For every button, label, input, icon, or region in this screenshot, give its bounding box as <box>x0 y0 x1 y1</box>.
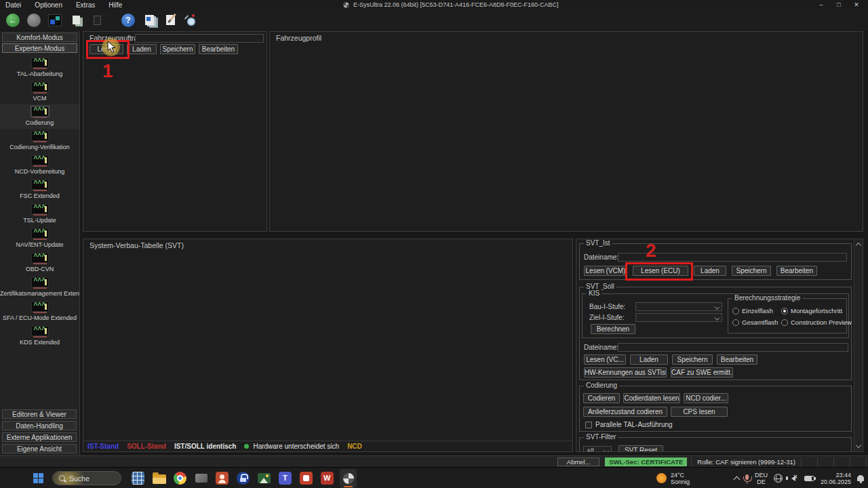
taskbar-app-contacts[interactable] <box>214 469 231 488</box>
svt-ist-bearbeiten-button[interactable]: Bearbeiten <box>776 266 817 276</box>
berechnen-button[interactable]: Berechnen <box>591 324 635 334</box>
menu-datei[interactable]: Datei <box>5 1 21 9</box>
statusbar-cell <box>802 458 818 466</box>
sidebar-button-editoren-viewer[interactable]: Editoren & Viewer <box>2 409 77 419</box>
radio-construction-preview[interactable]: Construction Preview <box>781 319 848 326</box>
weather-temp: 24°C <box>671 472 684 479</box>
scrollbar[interactable] <box>854 239 863 451</box>
svt-soll-laden-button[interactable]: Laden <box>630 354 668 365</box>
taskbar-app-esys-active[interactable] <box>340 469 357 488</box>
lesen-vcm-button[interactable]: Lesen (VCM) <box>584 266 627 276</box>
codieren-button[interactable]: Codieren <box>583 393 620 403</box>
parallele-tal-checkbox[interactable]: Parallele TAL-Ausführung <box>585 420 673 428</box>
sidebar-item-zertifikatsmanagement[interactable]: Zertifikatsmanagement Exten... <box>0 275 79 300</box>
sidebar-mode-experten[interactable]: Experten-Modus <box>2 43 77 53</box>
radio-checked-icon <box>781 308 788 314</box>
speichern-button[interactable]: Speichern <box>160 44 195 54</box>
scroll-up-icon[interactable] <box>856 243 861 248</box>
sidebar-item-obd-cvn[interactable]: OBD-CVN <box>0 251 79 275</box>
search-icon[interactable] <box>182 12 200 29</box>
taskbar-app-winrar[interactable] <box>319 469 336 488</box>
svt-soll-dateiname-input[interactable] <box>618 343 848 352</box>
taskbar-search-input[interactable]: Suche <box>52 471 121 485</box>
radio-einzelflash[interactable]: Einzelflash <box>732 307 781 314</box>
sidebar-item-label: NAV/ENT-Update <box>0 241 79 248</box>
svt-soll-bearbeiten-button[interactable]: Bearbeiten <box>717 354 757 365</box>
radio-montagefortschritt[interactable]: Montagefortschritt <box>781 307 848 314</box>
sidebar-item-tal-abarbeitung[interactable]: TAL-Abarbeitung <box>0 56 79 80</box>
taskbar-app-calculator[interactable] <box>130 469 146 488</box>
ncd-codier-button[interactable]: NCD codier... <box>684 393 728 403</box>
sidebar-item-kds-extended[interactable]: KDS Extended <box>0 324 79 348</box>
taskbar-app-teams[interactable] <box>277 469 294 488</box>
caf-zu-swe-button[interactable]: CAF zu SWE ermitt... <box>671 367 733 378</box>
svt-ist-speichern-button[interactable]: Speichern <box>732 266 771 276</box>
abmelden-button[interactable]: Abmel... <box>557 458 599 466</box>
document-icon[interactable] <box>88 12 106 29</box>
sidebar-item-codierung-verifikation[interactable]: Codierung-Verifikation <box>0 129 79 153</box>
toolbar: ← ? <box>0 9 868 30</box>
weather-widget[interactable]: 24°CSonnig <box>656 472 690 485</box>
sidebar-button-externe-applikationen[interactable]: Externe Applikationen <box>2 432 77 442</box>
taskbar-app-remote-tool[interactable] <box>193 469 210 488</box>
taskbar-app-chrome[interactable] <box>172 469 189 488</box>
menu-hilfe[interactable]: Hilfe <box>108 1 122 9</box>
language-indicator[interactable]: DEUDE <box>755 472 768 485</box>
ziel-i-stufe-select[interactable] <box>635 313 722 322</box>
back-icon[interactable]: ← <box>4 12 22 29</box>
copy-icon[interactable] <box>67 12 85 29</box>
sidebar-item-fsc-extended[interactable]: FSC Extended <box>0 178 79 202</box>
sidebar-item-nav-ent-update[interactable]: NAV/ENT-Update <box>0 226 79 251</box>
network-globe-icon[interactable] <box>774 474 783 483</box>
menu-extras[interactable]: Extras <box>76 1 95 9</box>
taskbar-app-office[interactable] <box>298 469 315 488</box>
sidebar-item-vcm[interactable]: VCM <box>0 80 79 104</box>
fahrzeugprofil-legend: Fahrzeugprofil <box>276 34 321 42</box>
chrome-icon <box>174 472 186 485</box>
clock[interactable]: 23:4420.06.2025 <box>821 472 851 485</box>
battery-icon[interactable] <box>804 476 814 481</box>
svt-ist-laden-button[interactable]: Laden <box>694 266 726 276</box>
vcm-connection-icon[interactable] <box>46 12 64 29</box>
minimize-button[interactable]: – <box>812 0 830 9</box>
scroll-down-icon[interactable] <box>856 443 861 448</box>
close-button[interactable]: ✕ <box>848 0 865 9</box>
laden-button[interactable]: Laden <box>127 44 157 54</box>
notification-bell-icon[interactable] <box>857 475 864 481</box>
bearbeiten-button[interactable]: Bearbeiten <box>199 44 238 54</box>
edit-document-icon[interactable] <box>161 12 179 29</box>
maximize-button[interactable]: □ <box>830 0 848 9</box>
svt-reset-button[interactable]: SVT Reset <box>618 445 663 452</box>
sidebar-mode-komfort[interactable]: Komfort-Modus <box>2 33 77 42</box>
bau-i-stufe-select[interactable] <box>635 302 722 311</box>
menu-optionen[interactable]: Optionen <box>35 1 62 9</box>
legend-hardware-unterscheidet: Hardware unterscheidet sich <box>253 443 339 450</box>
taskbar-app-photos[interactable] <box>256 469 273 488</box>
svt-soll-speichern-button[interactable]: Speichern <box>672 354 713 365</box>
tray-chevron-up-icon[interactable] <box>733 476 740 483</box>
svt-soll-group: SVT_Soll KIS Bau-I-Stufe: Ziel-I-Stufe: … <box>579 287 852 380</box>
taskbar-app-file-explorer[interactable] <box>151 469 167 488</box>
sidebar-item-tsl-update[interactable]: TSL-Update <box>0 202 79 226</box>
help-icon[interactable]: ? <box>119 12 137 29</box>
sidebar-item-sfa-ecu-mode[interactable]: SFA / ECU-Mode Extended <box>0 300 79 324</box>
lesen-vc-button[interactable]: Lesen (VC... <box>584 354 626 365</box>
start-button[interactable] <box>31 469 48 488</box>
sidebar-item-ncd-vorbereitung[interactable]: NCD-Vorbereitung <box>0 153 79 178</box>
sidebar-item-codierung[interactable]: Codierung <box>0 104 79 129</box>
microphone-icon[interactable] <box>745 474 749 480</box>
volume-muted-icon[interactable] <box>789 476 795 481</box>
contacts-icon <box>216 472 229 485</box>
codierdaten-lesen-button[interactable]: Codierdaten lesen <box>623 393 680 403</box>
anlieferzustand-button[interactable]: Anlieferzustand codieren <box>583 407 667 417</box>
read-documents-icon[interactable] <box>140 12 158 29</box>
cps-lesen-button[interactable]: CPS lesen <box>671 407 728 417</box>
sidebar-button-daten-handling[interactable]: Daten-Handling <box>2 421 77 430</box>
taskbar-app-lock[interactable] <box>235 469 252 488</box>
radio-gesamtflash[interactable]: Gesamtflash <box>732 319 781 326</box>
fahrzeugauftrag-input[interactable] <box>135 34 264 43</box>
hw-kennungen-button[interactable]: HW-Kennungen aus SVTist <box>584 367 667 378</box>
forward-icon[interactable] <box>25 12 43 29</box>
sidebar-button-eigene-ansicht[interactable]: Eigene Ansicht <box>2 444 77 453</box>
svt-filter-select[interactable]: All <box>583 446 612 452</box>
